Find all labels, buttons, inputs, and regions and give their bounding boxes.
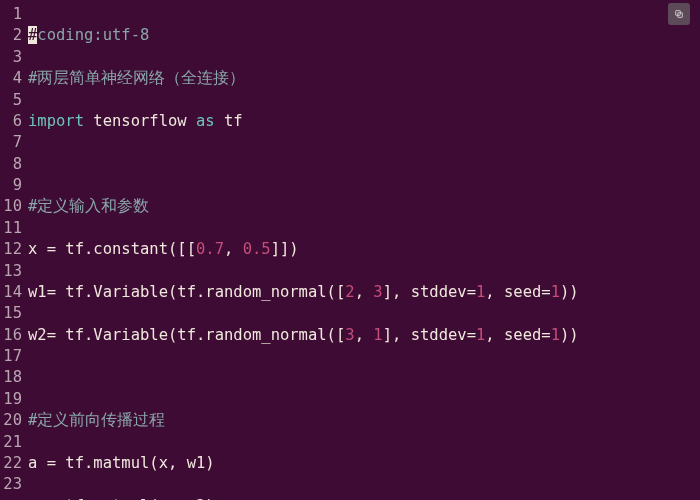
code-line: w2= tf.Variable(tf.random_normal([3, 1],… [28,325,700,346]
code-line: y = tf.matmul(a, w2) [28,496,700,500]
copy-icon [674,7,684,21]
line-number-gutter: 1 2 3 4 5 6 7 8 9 10 11 12 13 14 15 16 1… [0,4,28,500]
code-line: #定义输入和参数 [28,196,700,217]
code-area[interactable]: #coding:utf-8 #两层简单神经网络（全连接） import tens… [28,4,700,500]
code-line: import tensorflow as tf [28,111,700,132]
code-line: x = tf.constant([[0.7, 0.5]]) [28,239,700,260]
copy-button[interactable] [668,3,690,25]
code-editor[interactable]: 1 2 3 4 5 6 7 8 9 10 11 12 13 14 15 16 1… [0,0,700,500]
code-line [28,367,700,388]
code-line: #coding:utf-8 [28,25,700,46]
code-line: a = tf.matmul(x, w1) [28,453,700,474]
code-line: #两层简单神经网络（全连接） [28,68,700,89]
code-line: #定义前向传播过程 [28,410,700,431]
code-line [28,154,700,175]
code-line: w1= tf.Variable(tf.random_normal([2, 3],… [28,282,700,303]
